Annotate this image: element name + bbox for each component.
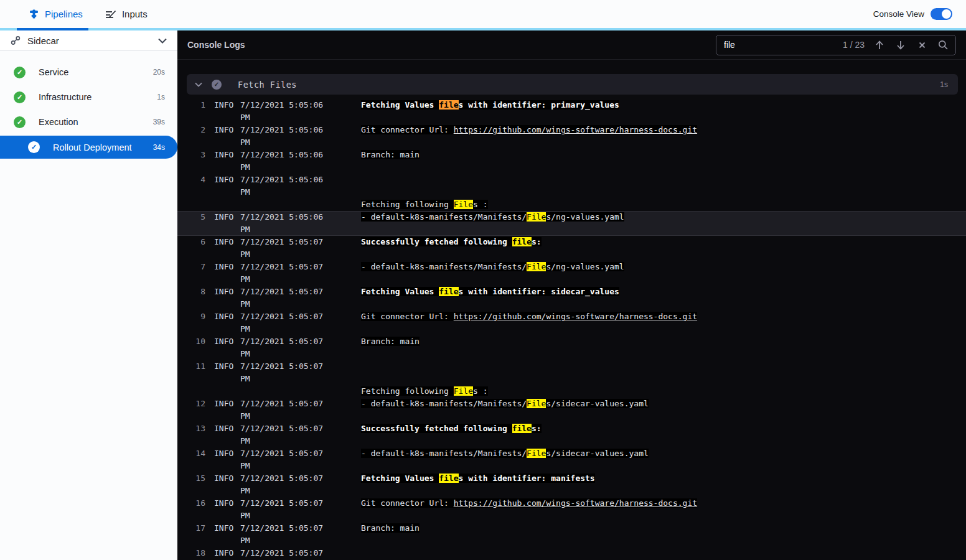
log-message: - default-k8s-manifests/Manifests/Files/…: [361, 447, 966, 460]
log-timestamp: 7/12/2021 5:05:06 PM: [240, 124, 332, 149]
log-timestamp: 7/12/2021 5:05:07 PM: [240, 398, 332, 422]
search-match-current: file: [439, 100, 458, 110]
console-header: Console Logs 1 / 23: [177, 30, 966, 60]
log-timestamp: 7/12/2021 5:05:07 PM: [240, 422, 332, 447]
log-line-number: 16: [188, 497, 205, 510]
log-row: Fetching following Files :: [177, 385, 966, 398]
log-level: INFO: [214, 310, 240, 323]
log-row: 14INFO7/12/2021 5:05:07 PM- default-k8s-…: [177, 447, 966, 472]
step-list: ✓Service20s✓Infrastructure1s✓Execution39…: [0, 51, 177, 159]
log-line-number: 6: [188, 236, 205, 248]
log-timestamp: 7/12/2021 5:05:07 PM: [240, 335, 332, 360]
sidebar-step-service[interactable]: ✓Service20s: [0, 60, 177, 85]
log-line-number: 17: [188, 522, 205, 534]
sidebar-step-execution[interactable]: ✓Execution39s: [0, 110, 177, 134]
log-row: 7INFO7/12/2021 5:05:07 PM- default-k8s-m…: [177, 261, 966, 286]
top-bar: Pipelines Inputs Console View: [0, 0, 966, 28]
log-row: 17INFO7/12/2021 5:05:07 PMBranch: main: [177, 522, 966, 547]
console-view-toggle[interactable]: [931, 8, 952, 20]
log-line-number: 10: [188, 335, 205, 348]
log-row: 12INFO7/12/2021 5:05:07 PM- default-k8s-…: [177, 398, 966, 422]
step-label: Infrastructure: [39, 92, 91, 102]
chevron-down-icon[interactable]: [158, 38, 167, 44]
log-row: 15INFO7/12/2021 5:05:07 PMFetching Value…: [177, 472, 966, 497]
log-message: Successfully fetched following files:: [361, 422, 966, 435]
log-row: 6INFO7/12/2021 5:05:07 PMSuccessfully fe…: [177, 236, 966, 261]
log-timestamp: 7/12/2021 5:05:07 PM: [240, 547, 332, 560]
prev-match-arrow-up-icon[interactable]: [873, 40, 886, 50]
log-timestamp: 7/12/2021 5:05:07 PM: [240, 472, 332, 497]
search-match: file: [439, 474, 458, 483]
tab-inputs[interactable]: Inputs: [105, 0, 148, 28]
log-section-header[interactable]: ✓ Fetch Files 1s: [187, 74, 958, 95]
log-timestamp: 7/12/2021 5:05:07 PM: [240, 360, 332, 385]
step-success-check-icon: ✓: [28, 141, 40, 153]
log-level: INFO: [214, 472, 240, 485]
log-level: INFO: [214, 99, 240, 111]
step-duration: 1s: [157, 93, 165, 101]
log-link[interactable]: https://github.com/wings-software/harnes…: [454, 498, 697, 508]
log-message: Fetching Values files with identifier: m…: [361, 472, 966, 485]
log-message: - default-k8s-manifests/Manifests/Files/…: [361, 261, 966, 273]
log-message: - default-k8s-manifests/Manifests/Files/…: [361, 398, 966, 410]
main-tabs: Pipelines Inputs: [0, 0, 148, 28]
collapse-chevron-down-icon[interactable]: [195, 82, 202, 87]
step-duration: 20s: [153, 68, 165, 77]
log-row: 10INFO7/12/2021 5:05:07 PMBranch: main: [177, 335, 966, 360]
log-link[interactable]: https://github.com/wings-software/harnes…: [454, 125, 697, 134]
next-match-arrow-down-icon[interactable]: [894, 40, 907, 50]
step-success-check-icon: ✓: [14, 91, 26, 103]
console-panel: Console Logs 1 / 23: [177, 30, 966, 560]
log-message: Fetching Values files with identifier: s…: [361, 286, 966, 298]
log-section-duration: 1s: [940, 80, 948, 89]
search-icon[interactable]: [937, 40, 949, 50]
step-label: Rollout Deployment: [53, 142, 132, 152]
log-row: 5INFO7/12/2021 5:05:06 PM- default-k8s-m…: [177, 211, 966, 236]
log-level: INFO: [214, 124, 240, 136]
sidebar-step-infrastructure[interactable]: ✓Infrastructure1s: [0, 85, 177, 110]
log-timestamp: 7/12/2021 5:05:07 PM: [240, 236, 332, 261]
sidebar-step-rollout-deployment[interactable]: ✓Rollout Deployment34s: [0, 136, 177, 159]
log-level: INFO: [214, 149, 240, 161]
search-match: File: [454, 386, 473, 396]
stage-header[interactable]: Sidecar: [0, 30, 177, 51]
log-timestamp: 7/12/2021 5:05:06 PM: [240, 99, 332, 124]
log-level: INFO: [214, 286, 240, 298]
toggle-knob: [942, 9, 951, 19]
search-match: File: [527, 262, 546, 271]
log-row: 9INFO7/12/2021 5:05:07 PMGit connector U…: [177, 310, 966, 335]
tab-pipelines[interactable]: Pipelines: [28, 0, 83, 28]
log-level: INFO: [214, 447, 240, 460]
log-line-number: 4: [188, 174, 205, 186]
log-row: 1INFO7/12/2021 5:05:06 PMFetching Values…: [177, 99, 966, 124]
log-row: 16INFO7/12/2021 5:05:07 PMGit connector …: [177, 497, 966, 522]
step-success-check-icon: ✓: [212, 80, 222, 90]
search-match: file: [512, 237, 532, 246]
log-line-number: 2: [188, 124, 205, 136]
inputs-icon: [105, 9, 116, 20]
step-success-check-icon: ✓: [14, 67, 26, 78]
sidebar: Sidecar ✓Service20s✓Infrastructure1s✓Exe…: [0, 30, 177, 560]
log-line-number: 3: [188, 149, 205, 161]
search-input[interactable]: [724, 40, 823, 50]
log-link[interactable]: https://github.com/wings-software/harnes…: [454, 312, 697, 321]
log-message: Git connector Url: https://github.com/wi…: [361, 310, 966, 323]
log-level: INFO: [214, 335, 240, 348]
log-search-box: 1 / 23: [716, 35, 956, 55]
tab-pipelines-label: Pipelines: [45, 9, 83, 19]
log-line-number: 12: [188, 398, 205, 410]
search-match-counter: 1 / 23: [843, 40, 865, 50]
log-line-number: 11: [188, 360, 205, 373]
console-title: Console Logs: [187, 40, 245, 50]
log-line-number: 9: [188, 310, 205, 323]
log-list: 1INFO7/12/2021 5:05:06 PMFetching Values…: [177, 99, 966, 560]
log-message: Git connector Url: https://github.com/wi…: [361, 497, 966, 510]
log-level: INFO: [214, 174, 240, 186]
step-success-check-icon: ✓: [14, 116, 26, 128]
clear-search-close-icon[interactable]: [916, 42, 928, 49]
search-match: file: [512, 424, 532, 433]
log-level: INFO: [214, 211, 240, 223]
accent-strip: [0, 28, 966, 30]
log-row: Fetching following Files :: [177, 198, 966, 211]
log-row: 2INFO7/12/2021 5:05:06 PMGit connector U…: [177, 124, 966, 149]
